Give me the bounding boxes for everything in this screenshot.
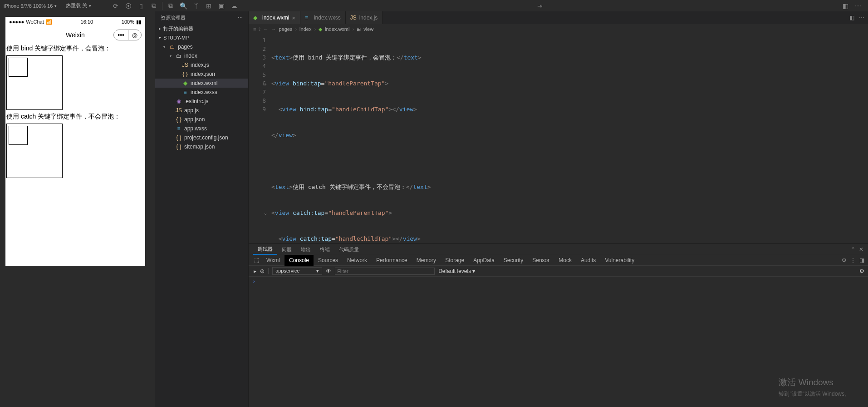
devtab-wxml[interactable]: Wxml	[262, 255, 284, 266]
tab-label: index.wxml	[262, 15, 289, 21]
file-app-json[interactable]: { }app.json	[155, 115, 248, 124]
sim-outer-box-1[interactable]	[6, 55, 63, 110]
devtab-security[interactable]: Security	[499, 255, 528, 266]
dock-icon[interactable]: ◨	[859, 257, 864, 263]
code[interactable]: <text>使用 bind 关键字绑定事件，会冒泡：</text> ⌄<view…	[271, 34, 868, 243]
file-app-wxss[interactable]: ≡app.wxss	[155, 124, 248, 133]
fold-icon[interactable]: ⌄	[264, 208, 267, 217]
stop-icon[interactable]: ⦿	[122, 1, 135, 11]
panel-tab-codequality[interactable]: 代码质量	[334, 244, 363, 255]
tk: ></	[388, 106, 399, 113]
tk: >	[289, 54, 293, 61]
refresh-icon[interactable]: ⟳	[109, 1, 122, 11]
cloud-icon[interactable]: ☁	[228, 1, 240, 11]
maximize-icon[interactable]: ⌃	[851, 246, 855, 253]
list-icon[interactable]: ≡	[253, 26, 256, 32]
tk: <	[271, 106, 282, 113]
tab-index-wxml[interactable]: ◆ index.wxml ×	[249, 11, 300, 24]
file-index-js[interactable]: JSindex.js	[155, 60, 248, 69]
filter-input[interactable]	[335, 268, 435, 275]
crumb-index[interactable]: index	[299, 26, 311, 32]
panel-tab-debugger[interactable]: 调试器	[253, 244, 277, 255]
search-icon[interactable]: 🔍	[177, 1, 190, 11]
devtools-tabs: ⬚ Wxml Console Sources Network Performan…	[249, 255, 868, 266]
inspect-icon[interactable]: ⬚	[251, 255, 262, 266]
kebab-icon[interactable]: ⋮	[850, 257, 856, 263]
close-panel-icon[interactable]: ✕	[859, 246, 863, 253]
file-app-js[interactable]: JSapp.js	[155, 106, 248, 115]
folder-pages[interactable]: ▾🗀pages	[155, 42, 248, 51]
forward-icon[interactable]: →	[271, 26, 276, 32]
devtab-storage[interactable]: Storage	[441, 255, 469, 266]
sim-outer-box-2[interactable]	[6, 124, 63, 178]
battery-icon: ▮▮	[136, 19, 142, 25]
close-icon[interactable]: ◎	[128, 30, 141, 40]
hot-reload-toggle[interactable]: 热重载 关	[66, 2, 87, 9]
settings-icon[interactable]: ⚙	[859, 268, 864, 274]
sim-inner-box-2[interactable]	[9, 126, 28, 145]
folder-index[interactable]: ▾🗀index	[155, 51, 248, 60]
crumb-pages[interactable]: pages	[279, 26, 292, 32]
devtab-appdata[interactable]: AppData	[469, 255, 499, 266]
file-sitemap[interactable]: { }sitemap.json	[155, 142, 248, 151]
clear-icon[interactable]: ⊘	[260, 268, 265, 274]
tk: ></	[392, 235, 402, 242]
fold-icon[interactable]: ⌄	[264, 79, 267, 88]
console-body[interactable]: ›	[249, 277, 868, 407]
back-icon[interactable]: ←	[263, 26, 268, 32]
devtab-memory[interactable]: Memory	[412, 255, 441, 266]
file-index-wxml[interactable]: ◆index.wxml	[155, 79, 248, 88]
devtab-network[interactable]: Network	[343, 255, 372, 266]
file-index-json[interactable]: { }index.json	[155, 69, 248, 79]
more-icon[interactable]: ⋯	[852, 1, 864, 11]
menu-icon[interactable]: •••	[114, 30, 128, 40]
file-project-config[interactable]: { }project.config.json	[155, 133, 248, 142]
levels-selector[interactable]: Default levels ▾	[438, 268, 475, 274]
close-tab-icon[interactable]: ×	[292, 15, 295, 21]
devtab-mock[interactable]: Mock	[554, 255, 576, 266]
file-index-wxss[interactable]: ≡index.wxss	[155, 88, 248, 97]
tk: </	[397, 54, 404, 61]
devtab-performance[interactable]: Performance	[372, 255, 412, 266]
files-icon[interactable]: ⧉	[164, 1, 177, 11]
file-eslintrc[interactable]: ◉.eslintrc.js	[155, 97, 248, 106]
copy-icon[interactable]: ⧉	[147, 1, 160, 11]
panel-tab-problems[interactable]: 问题	[277, 244, 296, 255]
bookmark-icon[interactable]: ⟟	[259, 26, 260, 32]
device-icon[interactable]: ▯	[135, 1, 147, 11]
devtab-sensor[interactable]: Sensor	[528, 255, 554, 266]
split-icon[interactable]: ◧	[849, 15, 854, 21]
tab-index-js[interactable]: JS index.js	[346, 11, 383, 24]
project-section[interactable]: ▾STUDY-MP	[155, 33, 248, 42]
context-selector[interactable]: appservice▾	[272, 267, 322, 275]
layout-icon[interactable]: ◧	[839, 1, 852, 11]
more-icon[interactable]: ⋯	[238, 15, 243, 21]
ln: 1	[249, 36, 266, 45]
devtab-vulnerability[interactable]: Vulnerability	[600, 255, 639, 266]
editor-body[interactable]: 1 2 3 4 5 6 7 8 9 <text>使用 bind 关键字绑定事件，…	[249, 34, 868, 243]
sidebar-icon[interactable]: |▸	[252, 268, 256, 274]
devtab-console[interactable]: Console	[284, 255, 314, 266]
simulator-panel: ●●●●●WeChat📶 16:10 100%▮▮ Weixin ••• ◎ 使…	[0, 11, 155, 407]
debug-icon[interactable]: ▣	[215, 1, 228, 11]
eye-icon[interactable]: 👁	[326, 268, 331, 274]
crumb-file[interactable]: index.wxml	[325, 26, 349, 32]
settings-icon[interactable]: ⚙	[842, 257, 847, 263]
panel-tab-output[interactable]: 输出	[296, 244, 315, 255]
devtab-sources[interactable]: Sources	[314, 255, 343, 266]
indent-icon[interactable]: ⇥	[534, 1, 546, 11]
tree-label: index.wxss	[191, 89, 217, 95]
git-icon[interactable]: ᛉ	[190, 1, 202, 11]
tab-index-wxss[interactable]: ≡ index.wxss	[300, 11, 346, 24]
explorer-title: 资源管理器	[161, 15, 186, 21]
tab-label: index.wxss	[314, 15, 341, 21]
capsule[interactable]: ••• ◎	[113, 30, 142, 40]
crumb-symbol[interactable]: view	[363, 26, 373, 32]
sim-inner-box-1[interactable]	[9, 58, 28, 77]
extensions-icon[interactable]: ⊞	[202, 1, 215, 11]
open-editors-section[interactable]: ▸打开的编辑器	[155, 24, 248, 33]
device-selector[interactable]: iPhone 6/7/8 100% 16	[4, 3, 53, 9]
panel-tab-terminal[interactable]: 终端	[315, 244, 334, 255]
more-icon[interactable]: ⋯	[859, 15, 864, 21]
devtab-audits[interactable]: Audits	[576, 255, 600, 266]
